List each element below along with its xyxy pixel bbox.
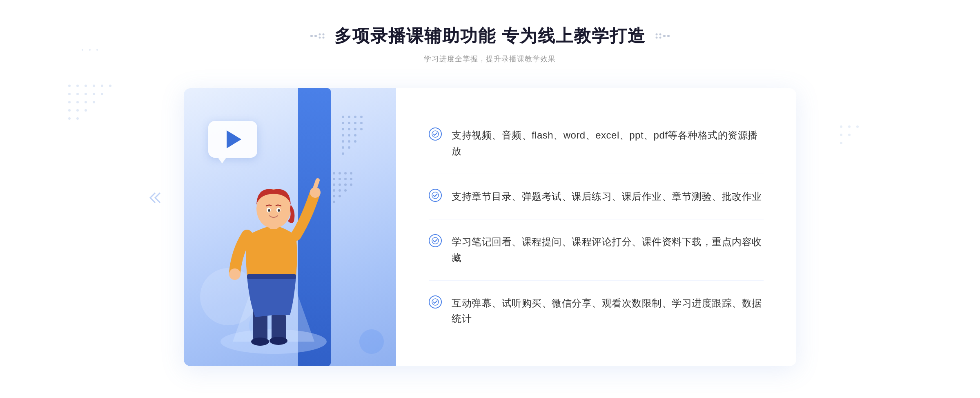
- svg-point-57: [348, 146, 350, 149]
- page-wrapper: 多项录播课辅助功能 专为线上教学打造 学习进度全掌握，提升录播课教学效果: [0, 0, 980, 398]
- svg-point-6: [68, 93, 71, 95]
- svg-point-24: [848, 134, 851, 136]
- svg-point-62: [350, 172, 352, 174]
- svg-point-19: [76, 117, 79, 120]
- svg-point-41: [360, 116, 363, 118]
- title-decoration-left: [310, 33, 326, 39]
- svg-point-15: [68, 109, 71, 112]
- svg-point-51: [348, 134, 350, 136]
- svg-point-38: [342, 116, 344, 118]
- svg-point-56: [342, 146, 344, 149]
- svg-point-34: [659, 34, 661, 36]
- svg-point-29: [319, 37, 321, 39]
- svg-point-27: [314, 35, 317, 37]
- svg-point-25: [840, 142, 842, 144]
- svg-point-48: [354, 128, 356, 130]
- svg-point-45: [360, 122, 363, 124]
- svg-point-73: [344, 189, 347, 192]
- feature-text-4: 互动弹幕、试听购买、微信分享、观看次数限制、学习进度跟踪、数据统计: [452, 295, 764, 327]
- svg-point-61: [344, 172, 347, 174]
- person-illustration: [208, 145, 339, 366]
- subtitle: 学习进度全掌握，提升录播课教学效果: [310, 54, 670, 64]
- svg-point-89: [278, 209, 280, 212]
- feature-item-4: 互动弹幕、试听购买、微信分享、观看次数限制、学习进度跟踪、数据统计: [429, 281, 764, 342]
- svg-point-33: [655, 37, 657, 39]
- svg-point-52: [354, 134, 356, 136]
- svg-point-36: [663, 35, 666, 37]
- svg-point-3: [93, 85, 95, 87]
- header-section: 多项录播课辅助功能 专为线上教学打造 学习进度全掌握，提升录播课教学效果: [310, 25, 670, 64]
- title-decoration-right: [654, 33, 670, 39]
- svg-point-32: [655, 34, 657, 36]
- svg-point-8: [85, 93, 87, 95]
- svg-point-40: [354, 116, 356, 118]
- svg-point-94: [432, 299, 439, 305]
- left-illustration: [184, 88, 396, 366]
- svg-point-81: [270, 337, 287, 345]
- svg-point-13: [85, 101, 87, 103]
- svg-point-46: [342, 128, 344, 130]
- svg-point-17: [85, 109, 87, 112]
- svg-point-31: [323, 37, 325, 39]
- check-icon-2: [429, 189, 442, 202]
- svg-point-55: [354, 140, 356, 143]
- svg-point-26: [310, 35, 313, 37]
- svg-point-21: [848, 125, 851, 128]
- feature-text-2: 支持章节目录、弹题考试、课后练习、课后作业、章节测验、批改作业: [452, 189, 762, 204]
- circle-decoration-3: [359, 329, 384, 354]
- svg-point-50: [342, 134, 344, 136]
- svg-point-28: [319, 34, 321, 36]
- svg-point-69: [344, 183, 347, 186]
- svg-point-43: [348, 122, 350, 124]
- svg-point-16: [76, 109, 79, 112]
- svg-point-80: [251, 338, 269, 346]
- svg-point-91: [432, 131, 439, 137]
- svg-point-23: [840, 134, 842, 136]
- svg-rect-90: [247, 274, 296, 279]
- svg-point-42: [342, 122, 344, 124]
- svg-point-0: [68, 85, 71, 87]
- feature-item-3: 学习笔记回看、课程提问、课程评论打分、课件资料下载，重点内容收藏: [429, 219, 764, 281]
- svg-point-47: [348, 128, 350, 130]
- svg-point-35: [659, 37, 661, 39]
- check-icon-1: [429, 127, 442, 141]
- svg-point-53: [342, 140, 344, 143]
- svg-point-54: [348, 140, 350, 143]
- svg-point-65: [344, 178, 347, 180]
- features-list: 支持视频、音频、flash、word、excel、ppt、pdf等各种格式的资源…: [396, 88, 796, 366]
- svg-point-7: [76, 93, 79, 95]
- svg-point-14: [93, 101, 95, 103]
- svg-point-20: [840, 125, 842, 128]
- svg-point-9: [93, 93, 95, 95]
- svg-point-30: [323, 34, 325, 36]
- left-chevron-decoration: [147, 190, 163, 209]
- feature-text-1: 支持视频、音频、flash、word、excel、ppt、pdf等各种格式的资源…: [452, 127, 764, 159]
- content-card: 支持视频、音频、flash、word、excel、ppt、pdf等各种格式的资源…: [184, 88, 796, 366]
- svg-point-39: [348, 116, 350, 118]
- svg-point-1: [76, 85, 79, 87]
- svg-point-11: [68, 101, 71, 103]
- feature-text-3: 学习笔记回看、课程提问、课程评论打分、课件资料下载，重点内容收藏: [452, 234, 764, 266]
- svg-point-49: [360, 128, 363, 130]
- check-icon-3: [429, 234, 442, 247]
- svg-point-88: [268, 209, 270, 212]
- svg-point-92: [432, 192, 439, 199]
- svg-point-5: [109, 85, 111, 87]
- feature-item-2: 支持章节目录、弹题考试、课后练习、课后作业、章节测验、批改作业: [429, 174, 764, 219]
- check-icon-4: [429, 295, 442, 309]
- svg-point-58: [342, 152, 344, 155]
- svg-point-82: [229, 268, 241, 280]
- main-title: 多项录播课辅助功能 专为线上教学打造: [334, 25, 646, 47]
- svg-point-4: [101, 85, 103, 87]
- svg-point-37: [667, 35, 670, 37]
- svg-point-44: [354, 122, 356, 124]
- svg-point-93: [432, 237, 439, 244]
- svg-point-22: [856, 125, 859, 128]
- title-row: 多项录播课辅助功能 专为线上教学打造: [310, 25, 670, 47]
- svg-point-12: [76, 101, 79, 103]
- svg-point-66: [350, 178, 352, 180]
- svg-point-18: [68, 117, 71, 120]
- svg-point-10: [101, 93, 103, 95]
- svg-point-70: [350, 183, 352, 186]
- svg-point-2: [85, 85, 87, 87]
